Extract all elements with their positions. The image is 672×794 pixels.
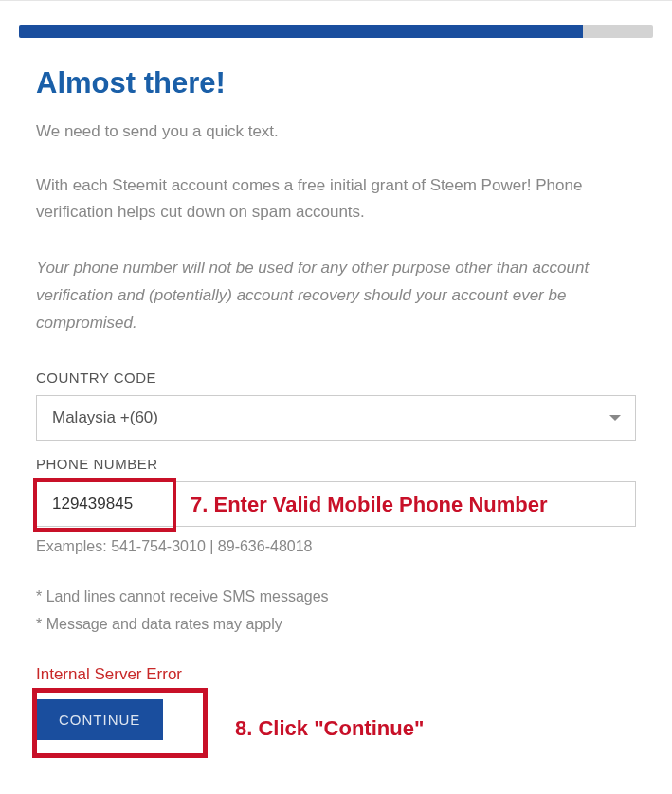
progress-container: [0, 25, 672, 38]
note-rates: * Message and data rates may apply: [36, 611, 636, 637]
phone-examples: Examples: 541-754-3010 | 89-636-48018: [36, 538, 636, 555]
annotation-text-continue: 8. Click "Continue": [235, 716, 424, 741]
page-title: Almost there!: [36, 66, 636, 100]
country-code-label: COUNTRY CODE: [36, 370, 636, 386]
top-divider: [0, 0, 672, 1]
phone-input-row: 7. Enter Valid Mobile Phone Number: [36, 481, 636, 527]
phone-number-input[interactable]: [36, 481, 636, 527]
note-landlines: * Land lines cannot receive SMS messages: [36, 584, 636, 609]
info-text: With each Steemit account comes a free i…: [36, 172, 636, 227]
progress-bar: [19, 25, 653, 38]
button-row: CONTINUE 8. Click "Continue": [36, 699, 636, 740]
subtitle-text: We need to send you a quick text.: [36, 119, 636, 144]
error-message: Internal Server Error: [36, 665, 636, 684]
notes-block: * Land lines cannot receive SMS messages…: [36, 584, 636, 637]
progress-fill: [19, 25, 583, 38]
phone-number-label: PHONE NUMBER: [36, 456, 636, 472]
continue-button[interactable]: CONTINUE: [36, 699, 163, 740]
country-code-select[interactable]: Malaysia +(60): [36, 395, 636, 441]
country-select-wrapper[interactable]: Malaysia +(60): [36, 395, 636, 441]
main-content: Almost there! We need to send you a quic…: [0, 66, 672, 740]
disclaimer-text: Your phone number will not be used for a…: [36, 255, 636, 337]
